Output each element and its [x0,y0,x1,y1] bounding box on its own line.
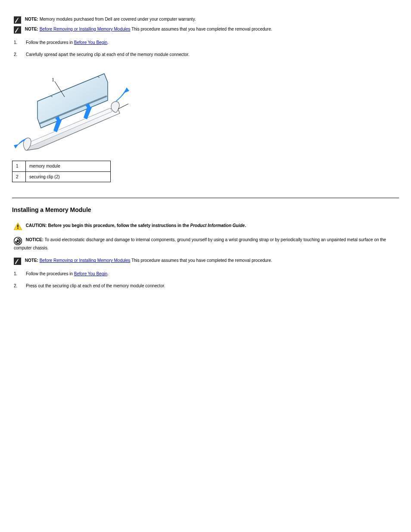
note-icon [14,16,21,24]
steps-removing: 1.Follow the procedures in Before You Be… [14,40,399,57]
notice-text: NOTICE: To avoid electrostatic discharge… [14,237,386,250]
svg-rect-18 [17,228,18,229]
section-title-install: Installing a Memory Module [12,206,399,214]
legend-label-1: memory module [26,161,111,172]
svg-rect-0 [14,16,21,24]
note-removal-assumption-install: NOTE: Before Removing or Installing Memo… [14,258,399,265]
legend-num-2: 2 [12,171,26,182]
step-2: 2.Carefully spread apart the securing cl… [14,52,399,58]
memory-module-illustration: 1 2 [14,66,129,156]
svg-rect-1 [15,22,16,23]
link-before-you-begin[interactable]: Before You Begin [74,40,107,45]
link-before-removing[interactable]: Before Removing or Installing Memory Mod… [40,27,131,31]
section-divider [12,198,399,198]
caution-text: CAUTION: Before you begin this procedure… [26,223,246,228]
caution-icon [14,223,22,230]
legend-label-2: securing clip (2) [26,171,111,182]
legend-num-1: 1 [12,161,26,172]
note-text: NOTE: Before Removing or Installing Memo… [25,27,272,31]
svg-text:1: 1 [52,77,54,83]
table-row: 2 securing clip (2) [12,171,111,182]
step-1: 1.Follow the procedures in Before You Be… [14,271,399,277]
svg-rect-17 [17,224,18,227]
svg-line-14 [118,104,128,109]
step-2: 2.Press out the securing clip at each en… [14,283,399,289]
note-text: NOTE: Memory modules purchased from Dell… [25,17,196,22]
table-row: 1 memory module [12,161,111,172]
note-removal-assumption-top: NOTE: Before Removing or Installing Memo… [14,26,399,34]
link-before-removing-install[interactable]: Before Removing or Installing Memory Mod… [40,258,131,263]
note-icon [14,258,21,265]
notice-icon [14,237,22,245]
note-memory-warranty: NOTE: Memory modules purchased from Dell… [14,16,399,24]
note-text: NOTE: Before Removing or Installing Memo… [25,258,272,263]
svg-rect-2 [14,26,21,34]
illustration-legend: 1 memory module 2 securing clip (2) [12,161,111,182]
steps-installing: 1.Follow the procedures in Before You Be… [14,271,399,289]
step-1: 1.Follow the procedures in Before You Be… [14,40,399,46]
svg-rect-23 [15,263,16,264]
svg-rect-22 [14,258,21,265]
notice-row: NOTICE: To avoid electrostatic discharge… [14,237,399,251]
caution-row: CAUTION: Before you begin this procedure… [14,223,399,230]
link-before-you-begin-install[interactable]: Before You Begin [74,271,107,276]
svg-rect-3 [15,32,16,33]
note-icon [14,26,21,34]
